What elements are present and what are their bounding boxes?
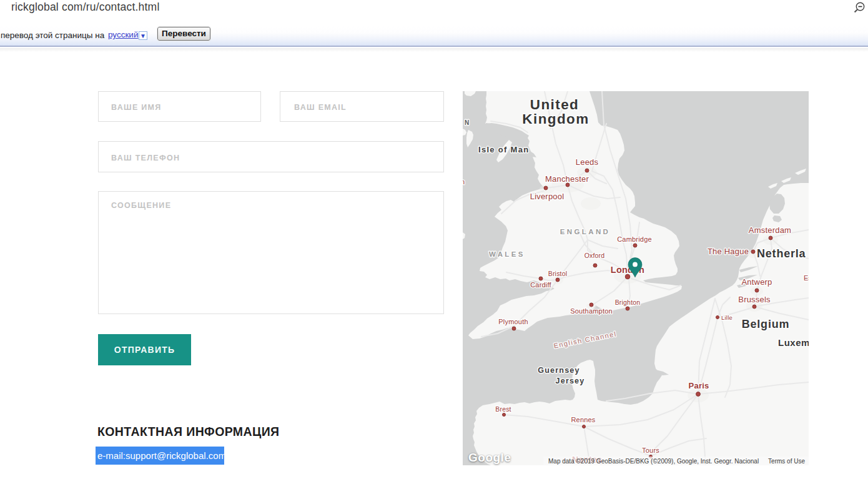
svg-text:Belgium: Belgium bbox=[742, 318, 790, 330]
svg-text:Cambridge: Cambridge bbox=[617, 235, 652, 243]
svg-text:Liverpool: Liverpool bbox=[530, 192, 565, 201]
svg-text:Paris: Paris bbox=[689, 381, 709, 390]
svg-text:Brighton: Brighton bbox=[615, 299, 641, 306]
svg-text:Tours: Tours bbox=[642, 447, 659, 454]
svg-text:Rennes: Rennes bbox=[571, 416, 595, 423]
svg-text:Isle of Man: Isle of Man bbox=[478, 145, 529, 154]
svg-text:Antwerp: Antwerp bbox=[741, 277, 772, 287]
svg-text:ENGLAND: ENGLAND bbox=[560, 228, 611, 235]
svg-text:Cardiff: Cardiff bbox=[530, 281, 551, 289]
svg-text:Lille: Lille bbox=[721, 314, 732, 321]
svg-text:Brest: Brest bbox=[495, 405, 511, 413]
svg-text:N: N bbox=[465, 119, 469, 126]
svg-text:Oxford: Oxford bbox=[584, 252, 605, 259]
svg-text:Essen: Essen bbox=[804, 274, 809, 282]
svg-text:Leeds: Leeds bbox=[576, 157, 599, 167]
svg-text:Amsterdam: Amsterdam bbox=[749, 225, 791, 235]
svg-text:Jersey: Jersey bbox=[556, 377, 585, 385]
svg-text:United: United bbox=[530, 97, 579, 112]
svg-text:Southampton: Southampton bbox=[570, 307, 613, 315]
svg-text:The Hague: The Hague bbox=[708, 247, 749, 256]
svg-text:WALES: WALES bbox=[489, 250, 525, 258]
svg-text:Luxemb: Luxemb bbox=[778, 337, 809, 348]
svg-text:Kingdom: Kingdom bbox=[522, 111, 589, 127]
svg-text:Plymouth: Plymouth bbox=[498, 318, 528, 325]
svg-text:Brussels: Brussels bbox=[738, 295, 771, 304]
svg-text:n: n bbox=[463, 178, 465, 185]
svg-text:Manchester: Manchester bbox=[545, 174, 589, 184]
svg-text:Bristol: Bristol bbox=[548, 270, 568, 277]
svg-text:Netherla: Netherla bbox=[757, 247, 806, 260]
svg-text:Guernsey: Guernsey bbox=[538, 366, 579, 375]
